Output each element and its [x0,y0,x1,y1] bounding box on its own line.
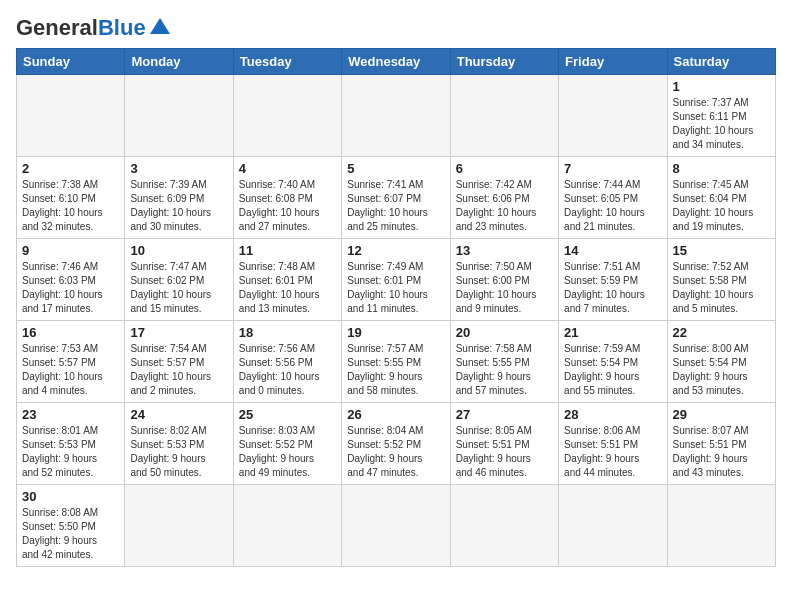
calendar-table: SundayMondayTuesdayWednesdayThursdayFrid… [16,48,776,567]
day-number: 29 [673,407,770,422]
day-number: 19 [347,325,444,340]
calendar-cell: 30Sunrise: 8:08 AM Sunset: 5:50 PM Dayli… [17,485,125,567]
day-number: 6 [456,161,553,176]
logo-text: GeneralBlue [16,17,146,39]
weekday-header: Saturday [667,49,775,75]
day-info: Sunrise: 7:39 AM Sunset: 6:09 PM Dayligh… [130,178,227,234]
calendar-cell [450,75,558,157]
calendar-cell [342,485,450,567]
page-header: GeneralBlue [16,16,776,40]
day-number: 1 [673,79,770,94]
logo: GeneralBlue [16,16,172,40]
day-info: Sunrise: 7:50 AM Sunset: 6:00 PM Dayligh… [456,260,553,316]
calendar-week-row: 23Sunrise: 8:01 AM Sunset: 5:53 PM Dayli… [17,403,776,485]
calendar-cell: 12Sunrise: 7:49 AM Sunset: 6:01 PM Dayli… [342,239,450,321]
weekday-row: SundayMondayTuesdayWednesdayThursdayFrid… [17,49,776,75]
day-info: Sunrise: 7:52 AM Sunset: 5:58 PM Dayligh… [673,260,770,316]
calendar-cell [125,75,233,157]
logo-icon [148,16,172,40]
day-info: Sunrise: 7:53 AM Sunset: 5:57 PM Dayligh… [22,342,119,398]
calendar-header: SundayMondayTuesdayWednesdayThursdayFrid… [17,49,776,75]
day-number: 3 [130,161,227,176]
day-info: Sunrise: 8:01 AM Sunset: 5:53 PM Dayligh… [22,424,119,480]
day-number: 14 [564,243,661,258]
calendar-cell: 3Sunrise: 7:39 AM Sunset: 6:09 PM Daylig… [125,157,233,239]
weekday-header: Thursday [450,49,558,75]
calendar-cell: 10Sunrise: 7:47 AM Sunset: 6:02 PM Dayli… [125,239,233,321]
calendar-cell: 29Sunrise: 8:07 AM Sunset: 5:51 PM Dayli… [667,403,775,485]
day-info: Sunrise: 7:54 AM Sunset: 5:57 PM Dayligh… [130,342,227,398]
calendar-cell: 14Sunrise: 7:51 AM Sunset: 5:59 PM Dayli… [559,239,667,321]
calendar-cell: 25Sunrise: 8:03 AM Sunset: 5:52 PM Dayli… [233,403,341,485]
day-info: Sunrise: 8:03 AM Sunset: 5:52 PM Dayligh… [239,424,336,480]
day-info: Sunrise: 7:58 AM Sunset: 5:55 PM Dayligh… [456,342,553,398]
calendar-week-row: 16Sunrise: 7:53 AM Sunset: 5:57 PM Dayli… [17,321,776,403]
day-info: Sunrise: 7:41 AM Sunset: 6:07 PM Dayligh… [347,178,444,234]
svg-marker-0 [150,18,170,34]
day-number: 16 [22,325,119,340]
day-info: Sunrise: 7:51 AM Sunset: 5:59 PM Dayligh… [564,260,661,316]
day-number: 4 [239,161,336,176]
day-info: Sunrise: 8:00 AM Sunset: 5:54 PM Dayligh… [673,342,770,398]
calendar-cell: 5Sunrise: 7:41 AM Sunset: 6:07 PM Daylig… [342,157,450,239]
weekday-header: Sunday [17,49,125,75]
day-number: 28 [564,407,661,422]
day-info: Sunrise: 8:04 AM Sunset: 5:52 PM Dayligh… [347,424,444,480]
calendar-week-row: 30Sunrise: 8:08 AM Sunset: 5:50 PM Dayli… [17,485,776,567]
day-number: 15 [673,243,770,258]
day-info: Sunrise: 7:56 AM Sunset: 5:56 PM Dayligh… [239,342,336,398]
day-number: 8 [673,161,770,176]
day-number: 21 [564,325,661,340]
day-number: 2 [22,161,119,176]
day-info: Sunrise: 7:38 AM Sunset: 6:10 PM Dayligh… [22,178,119,234]
calendar-cell: 7Sunrise: 7:44 AM Sunset: 6:05 PM Daylig… [559,157,667,239]
calendar-cell [233,75,341,157]
calendar-week-row: 9Sunrise: 7:46 AM Sunset: 6:03 PM Daylig… [17,239,776,321]
calendar-cell [559,75,667,157]
calendar-cell [125,485,233,567]
calendar-cell: 24Sunrise: 8:02 AM Sunset: 5:53 PM Dayli… [125,403,233,485]
calendar-body: 1Sunrise: 7:37 AM Sunset: 6:11 PM Daylig… [17,75,776,567]
weekday-header: Monday [125,49,233,75]
calendar-cell: 17Sunrise: 7:54 AM Sunset: 5:57 PM Dayli… [125,321,233,403]
calendar-cell: 28Sunrise: 8:06 AM Sunset: 5:51 PM Dayli… [559,403,667,485]
day-number: 9 [22,243,119,258]
calendar-cell: 6Sunrise: 7:42 AM Sunset: 6:06 PM Daylig… [450,157,558,239]
calendar-cell: 2Sunrise: 7:38 AM Sunset: 6:10 PM Daylig… [17,157,125,239]
calendar-cell [17,75,125,157]
day-number: 12 [347,243,444,258]
day-info: Sunrise: 7:48 AM Sunset: 6:01 PM Dayligh… [239,260,336,316]
day-info: Sunrise: 7:44 AM Sunset: 6:05 PM Dayligh… [564,178,661,234]
weekday-header: Wednesday [342,49,450,75]
calendar-week-row: 2Sunrise: 7:38 AM Sunset: 6:10 PM Daylig… [17,157,776,239]
calendar-cell: 23Sunrise: 8:01 AM Sunset: 5:53 PM Dayli… [17,403,125,485]
day-info: Sunrise: 8:06 AM Sunset: 5:51 PM Dayligh… [564,424,661,480]
calendar-cell [559,485,667,567]
calendar-cell: 27Sunrise: 8:05 AM Sunset: 5:51 PM Dayli… [450,403,558,485]
day-number: 25 [239,407,336,422]
calendar-cell: 21Sunrise: 7:59 AM Sunset: 5:54 PM Dayli… [559,321,667,403]
day-number: 13 [456,243,553,258]
calendar-cell: 13Sunrise: 7:50 AM Sunset: 6:00 PM Dayli… [450,239,558,321]
day-number: 11 [239,243,336,258]
day-info: Sunrise: 8:08 AM Sunset: 5:50 PM Dayligh… [22,506,119,562]
calendar-cell: 26Sunrise: 8:04 AM Sunset: 5:52 PM Dayli… [342,403,450,485]
day-number: 7 [564,161,661,176]
calendar-cell [342,75,450,157]
calendar-cell: 9Sunrise: 7:46 AM Sunset: 6:03 PM Daylig… [17,239,125,321]
calendar-cell: 1Sunrise: 7:37 AM Sunset: 6:11 PM Daylig… [667,75,775,157]
calendar-cell: 16Sunrise: 7:53 AM Sunset: 5:57 PM Dayli… [17,321,125,403]
calendar-cell: 20Sunrise: 7:58 AM Sunset: 5:55 PM Dayli… [450,321,558,403]
day-info: Sunrise: 7:49 AM Sunset: 6:01 PM Dayligh… [347,260,444,316]
day-info: Sunrise: 7:45 AM Sunset: 6:04 PM Dayligh… [673,178,770,234]
calendar-cell [450,485,558,567]
day-info: Sunrise: 7:57 AM Sunset: 5:55 PM Dayligh… [347,342,444,398]
day-number: 24 [130,407,227,422]
day-number: 26 [347,407,444,422]
day-info: Sunrise: 8:05 AM Sunset: 5:51 PM Dayligh… [456,424,553,480]
day-info: Sunrise: 8:02 AM Sunset: 5:53 PM Dayligh… [130,424,227,480]
calendar-cell: 15Sunrise: 7:52 AM Sunset: 5:58 PM Dayli… [667,239,775,321]
calendar-cell: 4Sunrise: 7:40 AM Sunset: 6:08 PM Daylig… [233,157,341,239]
day-number: 5 [347,161,444,176]
calendar-cell: 18Sunrise: 7:56 AM Sunset: 5:56 PM Dayli… [233,321,341,403]
